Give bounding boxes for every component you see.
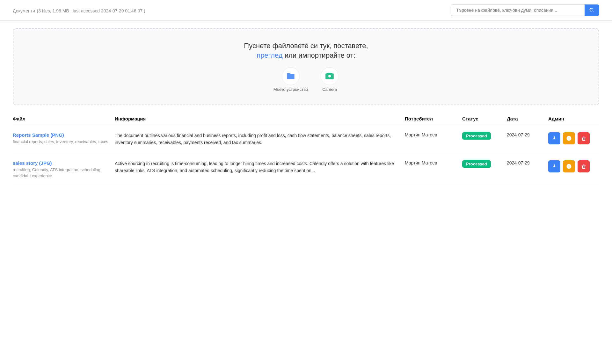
download-button-2[interactable]: [548, 160, 560, 172]
delete-button-2[interactable]: [578, 160, 590, 172]
drop-zone-line2: преглед или импортирайте от:: [20, 51, 592, 60]
folder-icon: [286, 72, 295, 81]
title-subtitle: (3 files, 1.96 MB , last accessed 2024-0…: [37, 8, 145, 13]
search-button[interactable]: [585, 4, 599, 16]
file-user-2: Мартин Матеев: [405, 160, 462, 165]
file-date-2: 2024-07-29: [507, 160, 548, 165]
search-bar: [451, 4, 599, 16]
file-tags-2: recruiting, Calendly, ATS integration, s…: [13, 167, 115, 178]
camera-icon: [325, 72, 334, 81]
delete-button-1[interactable]: [578, 132, 590, 144]
file-actions-2: [548, 160, 599, 172]
file-name-1[interactable]: Reports Sample (PNG): [13, 132, 115, 138]
col-status: Статус: [462, 116, 507, 121]
status-badge-1: Processed: [462, 132, 491, 140]
file-info-1: The document outlines various financial …: [115, 132, 405, 146]
block-button-2[interactable]: [563, 160, 575, 172]
drop-zone[interactable]: Пуснете файловете си тук, поставете, пре…: [13, 28, 599, 105]
trash-icon: [581, 135, 586, 141]
file-status-1: Processed: [462, 132, 507, 140]
camera-icon-circle: [321, 67, 339, 85]
top-bar: Документи (3 files, 1.96 MB , last acces…: [0, 0, 612, 21]
download-icon: [551, 135, 557, 141]
drop-zone-text: Пуснете файловете си тук, поставете,: [20, 42, 592, 50]
col-info: Информация: [115, 116, 405, 121]
col-admin: Админ: [548, 116, 599, 121]
file-date-1: 2024-07-29: [507, 132, 548, 137]
file-user-1: Мартин Матеев: [405, 132, 462, 137]
device-label: Моето устройство: [273, 87, 308, 92]
file-tags-1: financial reports, sales, inventory, rec…: [13, 139, 115, 145]
title-text: Документи: [13, 8, 35, 13]
download-button-1[interactable]: [548, 132, 560, 144]
table-row: Reports Sample (PNG) financial reports, …: [13, 125, 599, 153]
col-date: Дата: [507, 116, 548, 121]
table-row: sales story (JPG) recruiting, Calendly, …: [13, 153, 599, 186]
download-icon: [551, 164, 557, 169]
file-name-2[interactable]: sales story (JPG): [13, 160, 115, 166]
col-user: Потребител: [405, 116, 462, 121]
drop-line1: Пуснете файловете си тук, поставете,: [244, 42, 368, 50]
page-title: Документи (3 files, 1.96 MB , last acces…: [13, 7, 145, 14]
trash-icon: [581, 164, 586, 169]
status-badge-2: Processed: [462, 160, 491, 168]
source-camera[interactable]: Camera: [321, 67, 339, 92]
file-table: Файл Информация Потребител Статус Дата А…: [13, 113, 599, 186]
table-header: Файл Информация Потребител Статус Дата А…: [13, 113, 599, 125]
block-icon: [566, 135, 572, 141]
block-button-1[interactable]: [563, 132, 575, 144]
search-input[interactable]: [451, 4, 585, 16]
drop-zone-sources: Моето устройство Camera: [20, 67, 592, 92]
file-actions-1: [548, 132, 599, 144]
file-status-2: Processed: [462, 160, 507, 168]
search-icon: [589, 7, 595, 13]
camera-label: Camera: [322, 87, 337, 92]
block-icon: [566, 164, 572, 169]
col-file: Файл: [13, 116, 115, 121]
drop-browse-link[interactable]: преглед: [257, 51, 282, 59]
source-device[interactable]: Моето устройство: [273, 67, 308, 92]
device-icon-circle: [282, 67, 300, 85]
file-info-2: Active sourcing in recruiting is time-co…: [115, 160, 405, 174]
file-cell-1: Reports Sample (PNG) financial reports, …: [13, 132, 115, 145]
file-cell-2: sales story (JPG) recruiting, Calendly, …: [13, 160, 115, 178]
drop-suffix: или импортирайте от:: [283, 51, 355, 59]
